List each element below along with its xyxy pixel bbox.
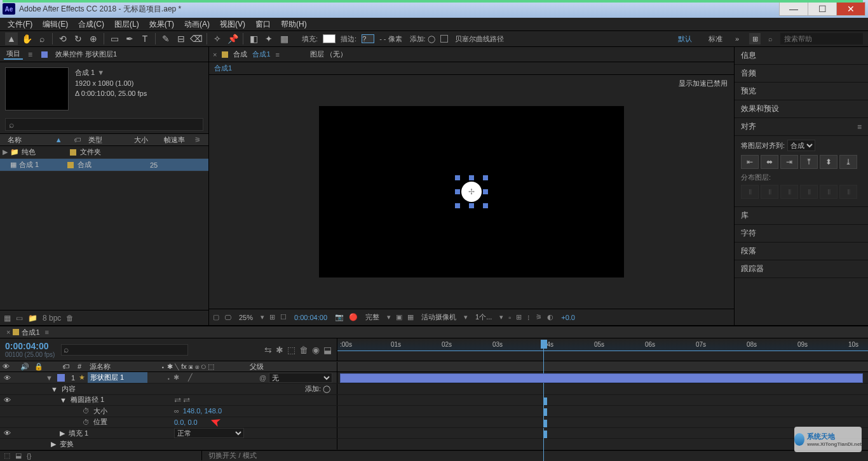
camera-select[interactable]: 活动摄像机 bbox=[419, 312, 459, 322]
menu-edit[interactable]: 编辑(E) bbox=[37, 19, 73, 30]
add-shape-button[interactable]: 添加: ◯ bbox=[305, 384, 330, 394]
size-value[interactable]: 148.0, 148.0 bbox=[183, 407, 222, 415]
link-icon[interactable]: ∞ bbox=[174, 407, 179, 415]
col-size[interactable]: 大小 bbox=[130, 135, 161, 145]
flowchart-icon[interactable]: ⚞ bbox=[191, 136, 205, 144]
col-tag-icon[interactable]: 🏷 bbox=[70, 136, 85, 144]
stopwatch-icon[interactable]: ⏱ bbox=[83, 418, 90, 426]
bit-depth[interactable]: 8 bpc bbox=[43, 314, 61, 323]
timeline-search-input[interactable] bbox=[61, 344, 188, 356]
keyframe-marker[interactable] bbox=[543, 420, 547, 427]
align-hcenter-button[interactable]: ⬌ bbox=[761, 155, 778, 169]
col-label-icon[interactable]: 🏷 bbox=[60, 363, 72, 370]
new-folder-icon[interactable]: 📁 bbox=[28, 314, 37, 323]
fill-expand-toggle[interactable]: ▶ bbox=[60, 429, 65, 438]
interpret-icon[interactable]: ▦ bbox=[4, 314, 11, 323]
workspace-standard[interactable]: 标准 bbox=[709, 34, 722, 44]
handle-b[interactable] bbox=[469, 203, 474, 208]
pickwhip-icon[interactable]: @ bbox=[259, 374, 266, 382]
handle-r[interactable] bbox=[483, 189, 488, 194]
trash-icon[interactable]: 🗑 bbox=[66, 314, 74, 323]
panel-effects-presets[interactable]: 效果和预设 bbox=[735, 100, 868, 118]
roto-tool[interactable]: ✧ bbox=[211, 32, 224, 45]
keyframe-marker[interactable] bbox=[543, 431, 547, 438]
tab-effect-controls[interactable]: 效果控件 形状图层1 bbox=[53, 50, 119, 59]
col-number[interactable]: # bbox=[72, 363, 87, 370]
layer-visibility-toggle[interactable]: 👁 bbox=[0, 374, 18, 382]
align-to-select[interactable]: 合成 bbox=[787, 140, 815, 151]
exposure-value[interactable]: +0.0 bbox=[559, 314, 578, 321]
close-button[interactable]: ✕ bbox=[836, 2, 865, 16]
view2-icon[interactable]: ⊞ bbox=[516, 313, 522, 321]
menu-help[interactable]: 帮助(H) bbox=[276, 19, 312, 30]
project-search-input[interactable] bbox=[5, 118, 203, 131]
orbit-tool[interactable]: ⟲ bbox=[57, 32, 69, 45]
channel-icon[interactable]: 🔴 bbox=[349, 313, 358, 321]
panel-info[interactable]: 信息 bbox=[735, 47, 868, 65]
snapshot-icon[interactable]: 📷 bbox=[335, 313, 344, 321]
tl-icon-5[interactable]: ◉ bbox=[312, 345, 320, 355]
res-icon[interactable]: ⊞ bbox=[269, 313, 275, 321]
tab-comp-name[interactable]: 合成1 bbox=[252, 50, 270, 59]
rotate-tool[interactable]: ↻ bbox=[72, 32, 85, 45]
panel-align[interactable]: 对齐≡ bbox=[735, 118, 868, 136]
panel-tracker[interactable]: 跟踪器 bbox=[735, 260, 868, 278]
workspace-default[interactable]: 默认 bbox=[672, 34, 698, 44]
ellipse-expand-toggle[interactable]: ▼ bbox=[60, 396, 67, 404]
align-top-button[interactable]: ⤒ bbox=[800, 155, 818, 169]
eraser-tool[interactable]: ⌫ bbox=[190, 32, 203, 45]
layer-duration-bar[interactable] bbox=[340, 373, 863, 383]
type-tool[interactable]: T bbox=[139, 32, 151, 45]
align-left-button[interactable]: ⇤ bbox=[741, 155, 759, 169]
align-right-button[interactable]: ⇥ bbox=[780, 155, 798, 169]
grid-tool[interactable]: ▦ bbox=[278, 32, 290, 45]
position-value[interactable]: 0.0, 0.0 bbox=[174, 418, 198, 426]
search-help-input[interactable] bbox=[780, 33, 863, 44]
tl-icon-1[interactable]: ⇆ bbox=[264, 345, 272, 355]
handle-br[interactable] bbox=[483, 203, 488, 208]
tab-layer-none[interactable]: 图层 （无） bbox=[310, 50, 347, 59]
col-fps[interactable]: 帧速率 bbox=[160, 135, 191, 145]
menu-composition[interactable]: 合成(C) bbox=[73, 19, 109, 30]
align-vcenter-button[interactable]: ⬍ bbox=[820, 155, 837, 169]
comp-subtab-name[interactable]: 合成1 bbox=[214, 63, 232, 73]
size-link-icon[interactable]: ⮂ ⮂ bbox=[174, 396, 190, 404]
view3-icon[interactable]: ⫶ bbox=[527, 314, 531, 321]
selection-tool[interactable]: ▲ bbox=[5, 32, 18, 45]
search-toggle-icon[interactable]: ⊞ bbox=[749, 33, 761, 44]
panel-library[interactable]: 库 bbox=[735, 207, 868, 225]
handle-l[interactable] bbox=[455, 189, 460, 194]
layer-expand-toggle[interactable]: ▼ bbox=[46, 374, 55, 382]
contents-expand-toggle[interactable]: ▼ bbox=[51, 385, 58, 393]
keyframe-marker[interactable] bbox=[543, 408, 547, 416]
panel-character[interactable]: 字符 bbox=[735, 225, 868, 243]
handle-tr[interactable] bbox=[483, 175, 488, 180]
handle-tl[interactable] bbox=[455, 175, 460, 180]
monitor-icon[interactable]: 🖵 bbox=[224, 314, 231, 321]
panel-menu-icon[interactable]: ≡ bbox=[43, 328, 51, 336]
timeline-ruler[interactable]: :00s 01s 02s 03s 04s 05s 06s 07s 08s 09s… bbox=[337, 338, 868, 361]
col-source-name[interactable]: 源名称 bbox=[87, 362, 158, 371]
tl-icon-6[interactable]: ⬓ bbox=[323, 345, 332, 355]
tl-icon-4[interactable]: 🗑 bbox=[299, 345, 308, 355]
layer-name[interactable]: 形状图层 1 bbox=[88, 372, 147, 383]
clone-tool[interactable]: ⊟ bbox=[175, 32, 187, 45]
add-label[interactable]: 添加: ◯ bbox=[410, 34, 435, 44]
layer-color-icon[interactable] bbox=[57, 374, 65, 382]
pen-tool[interactable]: ✒ bbox=[123, 32, 136, 45]
keyframe-marker[interactable] bbox=[543, 398, 547, 405]
shape-selected[interactable]: ✢ bbox=[461, 182, 482, 202]
fill-visibility-toggle[interactable]: 👁 bbox=[4, 429, 11, 437]
menu-layer[interactable]: 图层(L) bbox=[109, 19, 144, 30]
col-switches[interactable]: ⬩ ✱ ╲ fx ▣ ◉ ◯ ⬚ bbox=[158, 363, 247, 371]
prop-fill[interactable]: 填充 1 bbox=[69, 429, 88, 438]
panel-preview[interactable]: 预览 bbox=[735, 83, 868, 100]
tab-composition[interactable]: 合成 bbox=[233, 50, 247, 59]
tl-footer-icon-2[interactable]: ⬓ bbox=[15, 451, 22, 460]
stroke-swatch[interactable]: ? bbox=[362, 34, 374, 43]
tl-icon-3[interactable]: ⬚ bbox=[287, 345, 295, 355]
col-lock-icon[interactable]: 🔒 bbox=[32, 363, 60, 371]
panel-menu-icon[interactable]: ≡ bbox=[28, 50, 32, 59]
col-parent[interactable]: 父级 bbox=[247, 362, 273, 371]
transform-expand-toggle[interactable]: ▶ bbox=[51, 440, 56, 448]
